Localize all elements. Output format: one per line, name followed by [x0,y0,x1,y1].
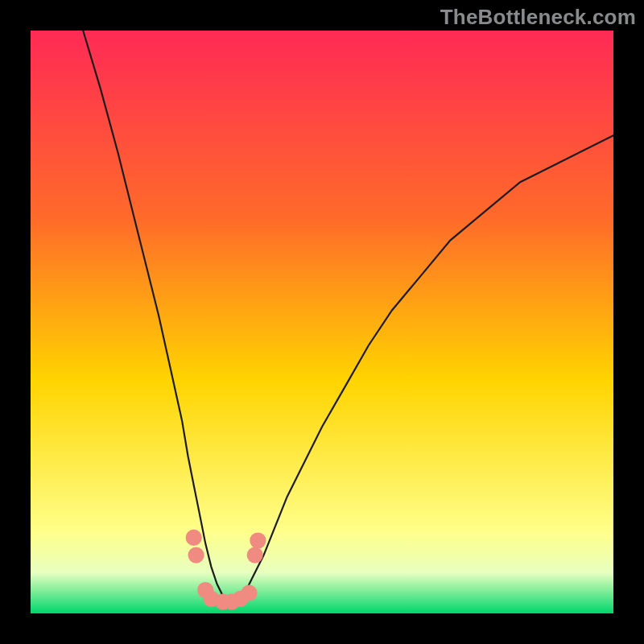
plot-area [31,31,613,613]
chart-frame: TheBottleneck.com [0,0,644,644]
valley-marker [188,547,204,564]
valley-marker [247,547,263,564]
valley-marker [241,585,257,601]
gradient-background [31,31,613,613]
chart-svg [31,31,613,613]
valley-marker [250,532,266,548]
valley-marker [186,530,202,546]
watermark-text: TheBottleneck.com [440,5,636,30]
